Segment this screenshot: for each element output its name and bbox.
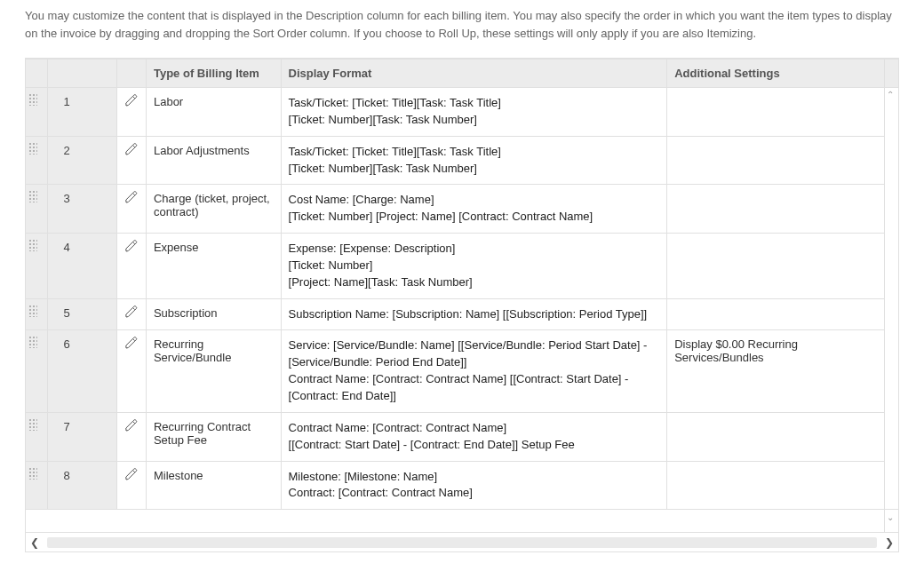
edit-button[interactable] [116, 234, 146, 299]
pencil-icon [124, 336, 139, 350]
col-type: Type of Billing Item [146, 59, 281, 88]
type-cell: Subscription [146, 298, 281, 330]
sort-order: 4 [47, 234, 116, 299]
type-cell: Labor Adjustments [146, 136, 281, 185]
type-cell: Recurring Service/Bundle [146, 330, 281, 412]
sort-order: 3 [47, 185, 116, 234]
billing-items-table: Type of Billing Item Display Format Addi… [25, 58, 899, 552]
col-drag [26, 59, 48, 88]
grip-icon [28, 305, 37, 317]
edit-button[interactable] [116, 88, 146, 137]
edit-button[interactable] [116, 298, 146, 330]
table-row: 5SubscriptionSubscription Name: [Subscri… [26, 298, 899, 330]
col-scrollbar [885, 59, 899, 88]
grip-icon [28, 142, 37, 155]
hscroll-right-arrow[interactable]: ❯ [880, 536, 898, 549]
sort-order: 1 [47, 88, 116, 137]
edit-button[interactable] [116, 412, 146, 461]
grip-icon [28, 239, 37, 251]
additional-cell [667, 234, 885, 299]
table-row: 7Recurring Contract Setup FeeContract Na… [26, 412, 899, 461]
type-cell: Recurring Contract Setup Fee [146, 412, 281, 461]
pencil-icon [124, 239, 139, 253]
type-cell: Charge (ticket, project, contract) [146, 185, 281, 234]
additional-cell [667, 298, 885, 330]
format-cell: Subscription Name: [Subscription: Name] … [281, 298, 667, 330]
vscroll-up-arrow[interactable]: ⌃ [887, 90, 894, 99]
drag-handle[interactable] [26, 330, 48, 412]
edit-button[interactable] [116, 461, 146, 510]
grip-icon [28, 336, 37, 348]
format-cell: Expense: [Expense: Description] [Ticket:… [281, 234, 667, 299]
additional-cell [667, 461, 885, 510]
type-cell: Labor [146, 88, 281, 137]
grip-icon [28, 418, 37, 431]
type-cell: Expense [146, 234, 281, 299]
intro-text: You may customize the content that is di… [25, 7, 899, 42]
drag-handle[interactable] [26, 136, 48, 185]
sort-order: 7 [47, 412, 116, 461]
col-edit [116, 59, 146, 88]
additional-cell [667, 88, 885, 137]
format-cell: Task/Ticket: [Ticket: Title][Task: Task … [281, 88, 667, 137]
table-header-row: Type of Billing Item Display Format Addi… [26, 59, 899, 88]
hscroll-left-arrow[interactable]: ❮ [26, 536, 44, 549]
drag-handle[interactable] [26, 412, 48, 461]
table-row: 4ExpenseExpense: [Expense: Description] … [26, 234, 899, 299]
sort-order: 8 [47, 461, 116, 510]
additional-cell: Display $0.00 Recurring Services/Bundles [667, 330, 885, 412]
grip-icon [28, 93, 37, 106]
drag-handle[interactable] [26, 298, 48, 330]
pencil-icon [124, 305, 139, 319]
format-cell: Contract Name: [Contract: Contract Name]… [281, 412, 667, 461]
format-cell: Cost Name: [Charge: Name] [Ticket: Numbe… [281, 185, 667, 234]
format-cell: Milestone: [Milestone: Name] Contract: [… [281, 461, 667, 510]
col-additional: Additional Settings [667, 59, 885, 88]
additional-cell [667, 136, 885, 185]
horizontal-scrollbar[interactable]: ❮ ❯ [25, 533, 899, 552]
drag-handle[interactable] [26, 88, 48, 137]
pencil-icon [124, 190, 139, 204]
pencil-icon [124, 142, 139, 156]
edit-button[interactable] [116, 136, 146, 185]
hscroll-track[interactable] [47, 537, 877, 548]
drag-handle[interactable] [26, 234, 48, 299]
table-row: 6Recurring Service/BundleService: [Servi… [26, 330, 899, 412]
table-row: 8MilestoneMilestone: [Milestone: Name] C… [26, 461, 899, 510]
format-cell: Task/Ticket: [Ticket: Title][Task: Task … [281, 136, 667, 185]
vertical-scrollbar[interactable]: ⌃ [885, 88, 899, 510]
table-row: 1LaborTask/Ticket: [Ticket: Title][Task:… [26, 88, 899, 137]
additional-cell [667, 412, 885, 461]
grip-icon [28, 467, 37, 480]
table-row: 3Charge (ticket, project, contract)Cost … [26, 185, 899, 234]
sort-order: 6 [47, 330, 116, 412]
drag-handle[interactable] [26, 185, 48, 234]
grip-icon [28, 190, 37, 202]
col-order [47, 59, 116, 88]
format-cell: Service: [Service/Bundle: Name] [[Servic… [281, 330, 667, 412]
vscroll-down[interactable]: ⌄ [885, 510, 899, 533]
edit-button[interactable] [116, 185, 146, 234]
additional-cell [667, 185, 885, 234]
col-format: Display Format [281, 59, 667, 88]
pencil-icon [124, 418, 139, 432]
pencil-icon [124, 467, 139, 481]
pencil-icon [124, 93, 139, 107]
drag-handle[interactable] [26, 461, 48, 510]
sort-order: 2 [47, 136, 116, 185]
sort-order: 5 [47, 298, 116, 330]
type-cell: Milestone [146, 461, 281, 510]
edit-button[interactable] [116, 330, 146, 412]
table-row: 2Labor AdjustmentsTask/Ticket: [Ticket: … [26, 136, 899, 185]
